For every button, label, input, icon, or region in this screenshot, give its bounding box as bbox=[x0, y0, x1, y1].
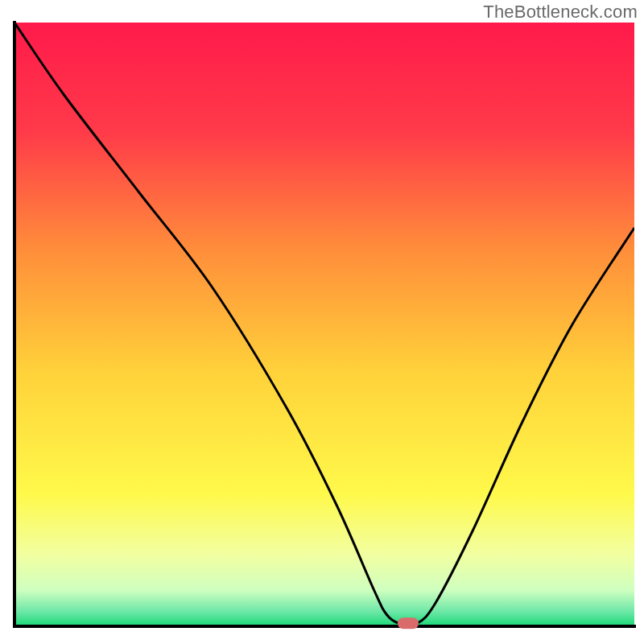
watermark-text: TheBottleneck.com bbox=[483, 2, 638, 23]
optimum-marker bbox=[398, 617, 419, 629]
bottleneck-chart bbox=[0, 0, 644, 644]
svg-rect-3 bbox=[398, 617, 419, 629]
plot-background bbox=[14, 23, 634, 626]
chart-container: TheBottleneck.com bbox=[0, 0, 644, 644]
